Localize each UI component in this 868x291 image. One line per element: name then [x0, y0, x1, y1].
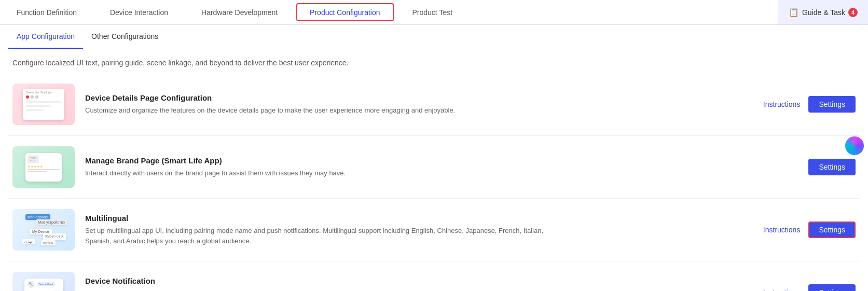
list-item: YOURLOGO ★★★★★ Manage Brand Page (Smart … [8, 136, 860, 199]
multilingual-instructions-link[interactable]: Instructions [763, 226, 801, 234]
floating-icon-inner [847, 138, 862, 153]
device-details-thumbnail: Dreamcolor Strip Light [12, 84, 75, 125]
notification-instructions-link[interactable]: Instructions [763, 288, 801, 291]
device-details-actions: Instructions Settings [763, 96, 856, 113]
tab-function-definition[interactable]: Function Definition [0, 0, 93, 24]
notification-actions: Instructions Settings [763, 284, 856, 291]
sub-tab-bar: App Configuration Other Configurations [0, 25, 868, 49]
manage-brand-settings-button[interactable]: Settings [808, 159, 856, 175]
floating-help-icon[interactable] [845, 136, 864, 155]
notification-settings-button[interactable]: Settings [808, 284, 856, 291]
manage-brand-thumbnail: YOURLOGO ★★★★★ [12, 146, 75, 188]
notification-desc: Customize device message notifications. … [85, 288, 552, 291]
device-details-desc: Customize and organize the features on t… [85, 105, 552, 116]
thumbnail-card: Mon appareil Моё устройство My Device جه… [20, 214, 67, 245]
tab-device-interaction[interactable]: Device Interaction [93, 0, 185, 24]
multilingual-thumbnail: Mon appareil Моё устройство My Device جه… [12, 209, 75, 251]
manage-brand-info: Manage Brand Page (Smart Life App) Inter… [85, 156, 798, 178]
device-details-info: Device Details Page Configuration Custom… [85, 93, 753, 116]
list-item: 🔧 Device Fault 💬 Device Notification Cus… [8, 261, 860, 291]
multilingual-info: Multilingual Set up multilingual app UI,… [85, 214, 753, 246]
multilingual-title: Multilingual [85, 214, 753, 223]
multilingual-actions: Instructions Settings [763, 221, 856, 238]
manage-brand-desc: Interact directly with users on the bran… [85, 168, 552, 178]
device-details-instructions-link[interactable]: Instructions [763, 100, 801, 108]
page-description: Configure localized UI text, pairing gui… [0, 49, 868, 73]
guide-badge: 4 [848, 8, 858, 17]
device-details-settings-button[interactable]: Settings [808, 96, 856, 113]
sub-tab-app-configuration[interactable]: App Configuration [8, 25, 83, 49]
manage-brand-title: Manage Brand Page (Smart Life App) [85, 156, 798, 165]
list-item: Dreamcolor Strip Light Device Details Pa… [8, 73, 860, 136]
manage-brand-actions: Settings [808, 159, 856, 175]
multilingual-desc: Set up multilingual app UI, including pa… [85, 226, 552, 246]
thumbnail-card: Dreamcolor Strip Light [23, 89, 64, 120]
thumbnail-card: 🔧 Device Fault 💬 [24, 279, 63, 292]
tab-hardware-development[interactable]: Hardware Development [185, 0, 294, 24]
tab-product-test[interactable]: Product Test [396, 0, 470, 24]
multilingual-settings-button[interactable]: Settings [808, 221, 856, 238]
notification-title: Device Notification [85, 276, 753, 285]
guide-tab-label: Guide & Task [802, 8, 845, 17]
guide-task-tab[interactable]: 📋 Guide & Task 4 [778, 0, 868, 24]
notification-thumbnail: 🔧 Device Fault 💬 [12, 272, 75, 291]
list-item: Mon appareil Моё устройство My Device جه… [8, 199, 860, 261]
tab-product-configuration[interactable]: Product Configuration [296, 3, 393, 21]
top-navigation: Function Definition Device Interaction H… [0, 0, 868, 25]
config-list: Dreamcolor Strip Light Device Details Pa… [0, 73, 868, 291]
thumbnail-card: YOURLOGO ★★★★★ [25, 153, 62, 182]
device-details-title: Device Details Page Configuration [85, 93, 753, 102]
sub-tab-other-configurations[interactable]: Other Configurations [83, 25, 167, 49]
notification-info: Device Notification Customize device mes… [85, 276, 753, 291]
guide-icon: 📋 [789, 7, 799, 17]
